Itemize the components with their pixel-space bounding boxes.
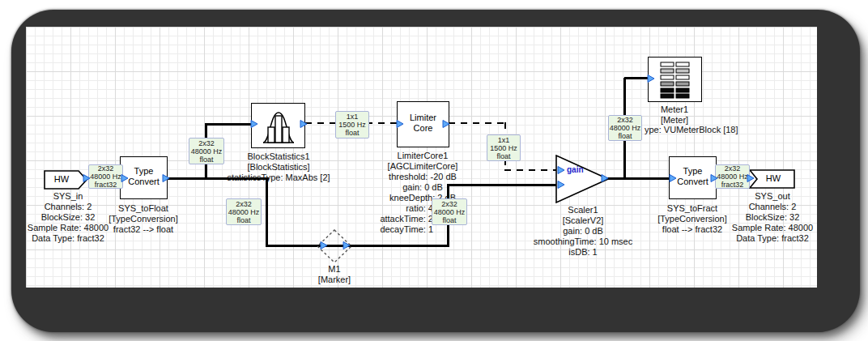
- limiter-core-output-pin[interactable]: [442, 120, 450, 128]
- wire-limiter-out[interactable]: [449, 122, 505, 124]
- screenshot-stage: HW SYS_in Channels: 2 BlockSize: 32 Samp…: [0, 0, 868, 341]
- wire-label-sysin: 2x32 48000 Hz fract32: [88, 164, 123, 189]
- sys-out-caption: SYS_out Channels: 2 BlockSize: 32 Sample…: [720, 191, 825, 244]
- sys-in-title: HW: [47, 174, 76, 185]
- marker-caption: M1 [Marker]: [302, 264, 367, 285]
- block-statistics-input-pin[interactable]: [250, 120, 258, 128]
- marker-output-pin[interactable]: [343, 241, 351, 249]
- wire-label-blockstats-in: 2x32 48000 Hz float: [189, 138, 224, 164]
- wire-through-marker[interactable]: [267, 245, 449, 247]
- scaler-gain-input-pin[interactable]: [557, 166, 565, 174]
- wire-scaler-out[interactable]: [606, 177, 674, 180]
- scaler-output-pin[interactable]: [601, 174, 609, 182]
- histogram-icon: [262, 108, 296, 145]
- limiter-core-input-pin[interactable]: [396, 120, 404, 128]
- sys-out-input-pin[interactable]: [747, 174, 755, 182]
- meter-input-pin[interactable]: [647, 75, 655, 83]
- wire-label-sysout: 2x32 48000 Hz fract32: [715, 164, 750, 189]
- type-convert-out-output-pin[interactable]: [710, 174, 718, 182]
- marker-input-pin[interactable]: [320, 241, 328, 249]
- wire-label-marker-in: 2x32 48000 Hz float: [226, 198, 262, 225]
- vu-meter-icon: [659, 61, 691, 99]
- type-convert-in-input-pin[interactable]: [121, 174, 129, 182]
- block-statistics-output-pin[interactable]: [300, 120, 308, 128]
- scaler-caption: Scaler1 [ScalerV2] gain: 0 dB smoothingT…: [514, 205, 652, 258]
- wire-branch-down-marker[interactable]: [266, 177, 268, 247]
- wire-into-blockstats[interactable]: [206, 123, 253, 126]
- wire-label-limiter-out: 1x1 1500 Hz float: [487, 134, 521, 161]
- type-convert-in-output-pin[interactable]: [162, 174, 170, 182]
- wire-label-scaler-in: 2x32 48000 Hz float: [432, 198, 467, 225]
- wire-into-scaler-gain[interactable]: [504, 169, 561, 171]
- meter-caption-cut: ype: VUMeterBlock [18]: [645, 125, 738, 135]
- sys-out-title: HW: [757, 173, 789, 184]
- type-convert-out-input-pin[interactable]: [669, 174, 677, 182]
- block-statistics-caption: BlockStatistics1 [BlockStatistics] stati…: [210, 151, 347, 183]
- wire-label-blockstats-out: 1x1 1500 Hz float: [335, 111, 369, 139]
- limiter-core-caption-cut: ratio: 4 attackTime: 2 decayTime: 1: [354, 203, 433, 235]
- type-convert-in-caption: SYS_toFloat [TypeConversion] fract32 -->…: [91, 203, 196, 235]
- scaler-gain-label: gain: [567, 165, 584, 174]
- scaler-signal-input-pin[interactable]: [557, 181, 565, 189]
- limiter-core-caption: LimiterCore1 [AGCLimiterCore] threshold:…: [354, 151, 491, 203]
- wire-label-meter-in: 2x32 48000 Hz float: [608, 115, 642, 141]
- sys-in-output-pin[interactable]: [83, 174, 91, 182]
